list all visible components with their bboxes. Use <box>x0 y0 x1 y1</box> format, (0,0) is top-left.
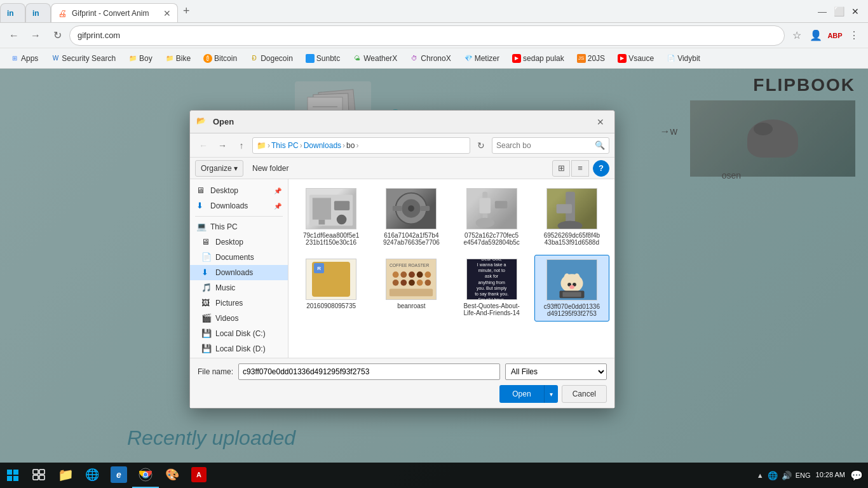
network-icon[interactable]: 🌐 <box>768 471 778 480</box>
linkedin-tab-1[interactable]: in <box>0 3 25 22</box>
file-name-7: Best-Quotes-About-Life-And-Friends-14 <box>463 302 520 316</box>
address-bar[interactable] <box>70 26 784 45</box>
taskbar-file-explorer[interactable]: 📁 <box>52 463 79 488</box>
file-thumb-3 <box>466 188 517 229</box>
edge-icon: 🌐 <box>84 466 100 483</box>
bookmark-metizer[interactable]: 💎 Metizer <box>459 52 505 65</box>
sidebar-item-local-d[interactable]: 💾 Local Disk (D:) <box>190 341 288 356</box>
action-center-icon[interactable]: 💬 <box>850 470 863 482</box>
search-input[interactable] <box>496 141 592 150</box>
thumbnail-view-button[interactable]: ⊞ <box>552 160 570 177</box>
file-item-2[interactable]: 616a71042a1f57b49247ab76635e7706 <box>374 184 449 250</box>
sidebar-item-documents[interactable]: 📄 Documents <box>190 250 288 265</box>
sidebar-item-videos[interactable]: 🎬 Videos <box>190 311 288 326</box>
bookmark-20js[interactable]: JS 20JS <box>572 52 610 65</box>
file-item-3[interactable]: 0752a162c770fec5e4547da592804b5c <box>454 184 529 250</box>
taskbar-ie[interactable]: e <box>105 463 132 488</box>
bookmark-sedap-pulak[interactable]: ▶ sedap pulak <box>507 52 569 65</box>
bookmark-vsauce[interactable]: ▶ Vsauce <box>613 52 659 65</box>
search-box[interactable]: 🔍 <box>492 137 609 154</box>
sidebar-item-local-c[interactable]: 💾 Local Disk (C:) <box>190 326 288 341</box>
taskbar-edge[interactable]: 🌐 <box>79 463 105 488</box>
taskbar-chrome[interactable] <box>132 463 159 488</box>
dialog-forward-button[interactable]: → <box>214 137 231 154</box>
start-button[interactable] <box>0 463 25 488</box>
keyboard-icon[interactable]: ENG <box>796 471 811 479</box>
documents-icon: 📄 <box>201 252 212 262</box>
file-thumb-1 <box>306 188 356 229</box>
bookmark-bike[interactable]: 📁 Bike <box>160 52 196 65</box>
taskbar-right: ▲ 🌐 🔊 ENG 10:28 AM 💬 <box>752 470 868 482</box>
sidebar-item-this-pc[interactable]: 💻 This PC <box>190 219 288 234</box>
bookmark-boy[interactable]: 📁 Boy <box>123 52 158 65</box>
bookmark-dogecoin[interactable]: Ð Dogecoin <box>245 52 298 65</box>
new-folder-button[interactable]: New folder <box>247 160 294 177</box>
help-button[interactable]: ? <box>593 160 609 177</box>
sidebar-label-videos: Videos <box>215 314 281 323</box>
taskbar-clock[interactable]: 10:28 AM <box>816 470 845 480</box>
sidebar-item-pictures[interactable]: 🖼 Pictures <box>190 295 288 311</box>
bike-favicon: 📁 <box>165 54 174 63</box>
breadcrumb-bar[interactable]: 📁 › This PC › Downloads › bo › <box>252 137 470 154</box>
linkedin-tab-2[interactable]: in <box>25 3 51 22</box>
file-item-5[interactable]: R 20160908095735 <box>294 255 369 322</box>
file-item-6[interactable]: COFFEE ROASTER <box>374 255 449 322</box>
bookmark-security-search[interactable]: W Security Search <box>46 52 121 65</box>
file-type-select[interactable]: All Files Image Files GIF Files <box>505 363 607 380</box>
search-icon[interactable]: 🔍 <box>595 140 605 150</box>
bookmark-apps[interactable]: ⊞ Apps <box>5 52 43 65</box>
bookmark-weatherx[interactable]: 🌤 WeatherX <box>348 52 402 65</box>
svg-rect-17 <box>479 198 491 213</box>
sidebar-label-downloads-active: Downloads <box>215 268 281 277</box>
taskbar-task-view[interactable] <box>25 463 52 488</box>
downloads-icon-pinned: ⬇ <box>196 201 207 211</box>
taskbar-paint[interactable]: 🎨 <box>159 463 186 488</box>
bookmark-star-button[interactable]: ☆ <box>788 27 806 44</box>
bookmark-bitcoin[interactable]: ₿ Bitcoin <box>198 52 242 65</box>
details-view-button[interactable]: ≡ <box>571 160 589 177</box>
more-options-button[interactable]: ⋮ <box>845 27 863 44</box>
file-item-8[interactable]: c93ff070e0dd01336d491295f93f2753 <box>534 255 609 322</box>
dialog-up-button[interactable]: ↑ <box>233 137 250 154</box>
open-dropdown-button[interactable]: ▾ <box>544 385 558 403</box>
sidebar-item-downloads-active[interactable]: ⬇ Downloads <box>190 265 288 280</box>
sidebar-label-local-d: Local Disk (D:) <box>215 344 281 353</box>
dialog-buttons: Open ▾ Cancel <box>198 385 607 403</box>
new-tab-button[interactable]: + <box>178 4 195 18</box>
dialog-close-button[interactable]: ✕ <box>593 114 608 130</box>
cancel-button[interactable]: Cancel <box>562 385 607 403</box>
file-item-1[interactable]: 79c1df6eaa800f5e1231b1f150e30c16 <box>294 184 369 250</box>
bookmark-chronox[interactable]: ⏱ ChronoX <box>405 52 456 65</box>
open-button-group: Open ▾ <box>499 385 557 403</box>
maximize-button[interactable]: ⬜ <box>831 4 846 19</box>
minimize-button[interactable]: — <box>815 4 830 19</box>
file-name-input[interactable] <box>238 363 500 380</box>
file-thumb-6: COFFEE ROASTER <box>386 259 437 300</box>
reload-button[interactable]: ↻ <box>48 27 66 44</box>
breadcrumb-pc: 📁 <box>257 141 266 150</box>
file-item-4[interactable]: 69526269dc65f8f4b43ba153f91d6588d <box>534 184 609 250</box>
show-hidden-icons[interactable]: ▲ <box>757 471 764 479</box>
close-button[interactable]: ✕ <box>848 4 863 19</box>
sidebar-item-music[interactable]: 🎵 Music <box>190 280 288 295</box>
bookmark-sunbtc[interactable]: Sunbtc <box>301 52 345 65</box>
svg-rect-14 <box>393 206 402 211</box>
tab-close-btn[interactable]: ✕ <box>163 8 171 18</box>
organize-button[interactable]: Organize ▾ <box>195 160 243 177</box>
open-button[interactable]: Open <box>499 385 543 403</box>
taskbar-acrobat[interactable]: A <box>186 463 212 488</box>
user-account-button[interactable]: 👤 <box>807 27 825 44</box>
adblock-button[interactable]: ABP <box>826 27 844 44</box>
volume-icon[interactable]: 🔊 <box>782 471 792 480</box>
file-item-7[interactable]: Dear God,I wanna take aminute, not toask… <box>454 255 529 322</box>
sidebar-item-desktop[interactable]: 🖥 Desktop <box>190 234 288 250</box>
active-tab[interactable]: 🖨 Gifprint - Convert Anim ✕ <box>51 3 178 22</box>
forward-button[interactable]: → <box>27 27 44 44</box>
dialog-refresh-button[interactable]: ↻ <box>473 137 489 154</box>
back-button[interactable]: ← <box>5 27 23 44</box>
sidebar-item-desktop-pinned[interactable]: 🖥 Desktop 📌 <box>190 183 288 198</box>
bookmark-vidybit[interactable]: 📄 Vidybit <box>661 52 705 65</box>
sidebar-item-downloads-pinned[interactable]: ⬇ Downloads 📌 <box>190 198 288 214</box>
downloads-icon-active: ⬇ <box>201 268 212 278</box>
dialog-back-button[interactable]: ← <box>195 137 212 154</box>
